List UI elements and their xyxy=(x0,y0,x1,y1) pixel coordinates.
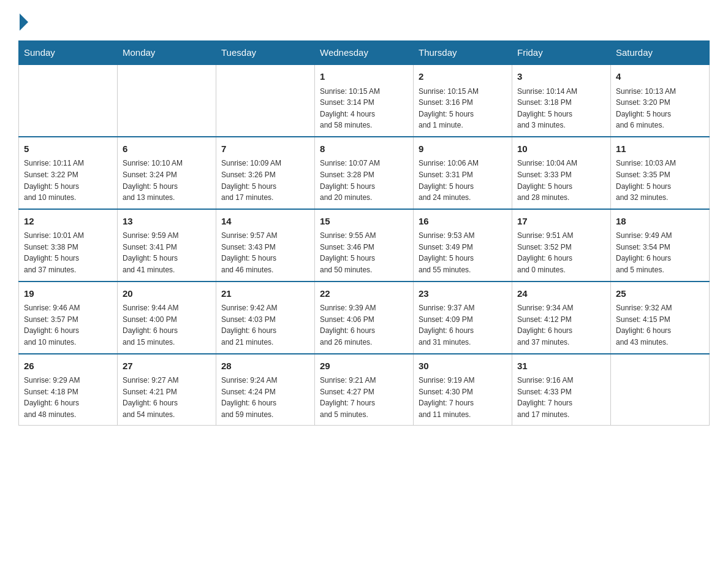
calendar-cell: 4Sunrise: 10:13 AM Sunset: 3:20 PM Dayli… xyxy=(611,64,710,137)
day-info: Sunrise: 10:15 AM Sunset: 3:16 PM Daylig… xyxy=(419,86,507,131)
logo xyxy=(18,12,28,28)
day-info: Sunrise: 10:14 AM Sunset: 3:18 PM Daylig… xyxy=(517,86,605,131)
calendar-cell: 2Sunrise: 10:15 AM Sunset: 3:16 PM Dayli… xyxy=(414,64,512,137)
day-info: Sunrise: 10:13 AM Sunset: 3:20 PM Daylig… xyxy=(616,86,704,131)
calendar-cell: 14Sunrise: 9:57 AM Sunset: 3:43 PM Dayli… xyxy=(216,209,315,282)
day-number: 8 xyxy=(320,142,408,156)
calendar-cell: 25Sunrise: 9:32 AM Sunset: 4:15 PM Dayli… xyxy=(611,282,710,354)
day-number: 22 xyxy=(320,287,408,301)
day-info: Sunrise: 10:06 AM Sunset: 3:31 PM Daylig… xyxy=(419,158,507,203)
day-number: 2 xyxy=(419,70,507,84)
day-number: 12 xyxy=(24,215,112,229)
day-number: 29 xyxy=(320,359,408,373)
day-info: Sunrise: 9:49 AM Sunset: 3:54 PM Dayligh… xyxy=(616,230,704,275)
day-number: 30 xyxy=(419,359,507,373)
day-info: Sunrise: 9:59 AM Sunset: 3:41 PM Dayligh… xyxy=(123,230,211,275)
day-number: 10 xyxy=(517,142,605,156)
calendar-cell: 28Sunrise: 9:24 AM Sunset: 4:24 PM Dayli… xyxy=(216,354,315,426)
day-number: 23 xyxy=(419,287,507,301)
calendar-header-row: SundayMondayTuesdayWednesdayThursdayFrid… xyxy=(19,41,710,65)
calendar-cell: 18Sunrise: 9:49 AM Sunset: 3:54 PM Dayli… xyxy=(611,209,710,282)
day-info: Sunrise: 9:19 AM Sunset: 4:30 PM Dayligh… xyxy=(419,375,507,420)
calendar-week-row: 12Sunrise: 10:01 AM Sunset: 3:38 PM Dayl… xyxy=(19,209,710,282)
calendar-cell: 13Sunrise: 9:59 AM Sunset: 3:41 PM Dayli… xyxy=(118,209,216,282)
calendar-cell xyxy=(611,354,710,426)
day-info: Sunrise: 9:27 AM Sunset: 4:21 PM Dayligh… xyxy=(123,375,211,420)
calendar-cell: 17Sunrise: 9:51 AM Sunset: 3:52 PM Dayli… xyxy=(512,209,611,282)
day-info: Sunrise: 9:42 AM Sunset: 4:03 PM Dayligh… xyxy=(221,302,309,348)
day-number: 26 xyxy=(24,359,112,373)
day-number: 5 xyxy=(24,142,112,156)
day-number: 1 xyxy=(320,70,408,84)
calendar-cell: 1Sunrise: 10:15 AM Sunset: 3:14 PM Dayli… xyxy=(315,64,414,137)
day-info: Sunrise: 9:46 AM Sunset: 3:57 PM Dayligh… xyxy=(24,302,112,348)
day-number: 13 xyxy=(123,215,211,229)
calendar-cell xyxy=(118,64,216,137)
calendar-week-row: 19Sunrise: 9:46 AM Sunset: 3:57 PM Dayli… xyxy=(19,282,710,354)
calendar-cell: 26Sunrise: 9:29 AM Sunset: 4:18 PM Dayli… xyxy=(19,354,118,426)
day-of-week-header: Thursday xyxy=(414,41,512,65)
calendar-cell: 31Sunrise: 9:16 AM Sunset: 4:33 PM Dayli… xyxy=(512,354,611,426)
calendar-cell xyxy=(216,64,315,137)
day-number: 18 xyxy=(616,215,704,229)
day-number: 11 xyxy=(616,142,704,156)
day-info: Sunrise: 9:16 AM Sunset: 4:33 PM Dayligh… xyxy=(517,375,605,420)
day-info: Sunrise: 10:09 AM Sunset: 3:26 PM Daylig… xyxy=(221,158,309,203)
calendar-cell: 29Sunrise: 9:21 AM Sunset: 4:27 PM Dayli… xyxy=(315,354,414,426)
day-number: 21 xyxy=(221,287,309,301)
day-info: Sunrise: 9:44 AM Sunset: 4:00 PM Dayligh… xyxy=(123,302,211,348)
day-info: Sunrise: 10:10 AM Sunset: 3:24 PM Daylig… xyxy=(123,158,211,203)
day-info: Sunrise: 9:21 AM Sunset: 4:27 PM Dayligh… xyxy=(320,375,408,420)
day-info: Sunrise: 10:07 AM Sunset: 3:28 PM Daylig… xyxy=(320,158,408,203)
day-number: 4 xyxy=(616,70,704,84)
calendar-cell: 8Sunrise: 10:07 AM Sunset: 3:28 PM Dayli… xyxy=(315,137,414,209)
calendar-cell: 3Sunrise: 10:14 AM Sunset: 3:18 PM Dayli… xyxy=(512,64,611,137)
calendar-cell: 16Sunrise: 9:53 AM Sunset: 3:49 PM Dayli… xyxy=(414,209,512,282)
day-number: 7 xyxy=(221,142,309,156)
calendar-cell: 20Sunrise: 9:44 AM Sunset: 4:00 PM Dayli… xyxy=(118,282,216,354)
calendar-week-row: 1Sunrise: 10:15 AM Sunset: 3:14 PM Dayli… xyxy=(19,64,710,137)
day-number: 15 xyxy=(320,215,408,229)
day-of-week-header: Monday xyxy=(118,41,216,65)
day-number: 17 xyxy=(517,215,605,229)
day-number: 14 xyxy=(221,215,309,229)
day-of-week-header: Tuesday xyxy=(216,41,315,65)
day-number: 25 xyxy=(616,287,704,301)
day-number: 20 xyxy=(123,287,211,301)
calendar-table: SundayMondayTuesdayWednesdayThursdayFrid… xyxy=(18,40,710,426)
day-info: Sunrise: 9:51 AM Sunset: 3:52 PM Dayligh… xyxy=(517,230,605,275)
day-info: Sunrise: 10:03 AM Sunset: 3:35 PM Daylig… xyxy=(616,158,704,203)
day-number: 31 xyxy=(517,359,605,373)
day-info: Sunrise: 9:29 AM Sunset: 4:18 PM Dayligh… xyxy=(24,375,112,420)
day-info: Sunrise: 9:34 AM Sunset: 4:12 PM Dayligh… xyxy=(517,302,605,348)
day-info: Sunrise: 10:15 AM Sunset: 3:14 PM Daylig… xyxy=(320,86,408,131)
calendar-cell: 12Sunrise: 10:01 AM Sunset: 3:38 PM Dayl… xyxy=(19,209,118,282)
day-info: Sunrise: 9:53 AM Sunset: 3:49 PM Dayligh… xyxy=(419,230,507,275)
day-of-week-header: Wednesday xyxy=(315,41,414,65)
day-of-week-header: Saturday xyxy=(611,41,710,65)
calendar-cell: 21Sunrise: 9:42 AM Sunset: 4:03 PM Dayli… xyxy=(216,282,315,354)
day-number: 16 xyxy=(419,215,507,229)
calendar-cell: 23Sunrise: 9:37 AM Sunset: 4:09 PM Dayli… xyxy=(414,282,512,354)
day-info: Sunrise: 10:04 AM Sunset: 3:33 PM Daylig… xyxy=(517,158,605,203)
day-of-week-header: Friday xyxy=(512,41,611,65)
calendar-cell: 5Sunrise: 10:11 AM Sunset: 3:22 PM Dayli… xyxy=(19,137,118,209)
calendar-cell: 22Sunrise: 9:39 AM Sunset: 4:06 PM Dayli… xyxy=(315,282,414,354)
calendar-week-row: 26Sunrise: 9:29 AM Sunset: 4:18 PM Dayli… xyxy=(19,354,710,426)
day-info: Sunrise: 10:11 AM Sunset: 3:22 PM Daylig… xyxy=(24,158,112,203)
day-info: Sunrise: 10:01 AM Sunset: 3:38 PM Daylig… xyxy=(24,230,112,275)
calendar-cell: 30Sunrise: 9:19 AM Sunset: 4:30 PM Dayli… xyxy=(414,354,512,426)
day-info: Sunrise: 9:57 AM Sunset: 3:43 PM Dayligh… xyxy=(221,230,309,275)
logo-arrow-icon xyxy=(20,13,28,31)
calendar-cell: 24Sunrise: 9:34 AM Sunset: 4:12 PM Dayli… xyxy=(512,282,611,354)
day-number: 28 xyxy=(221,359,309,373)
calendar-cell: 11Sunrise: 10:03 AM Sunset: 3:35 PM Dayl… xyxy=(611,137,710,209)
day-number: 27 xyxy=(123,359,211,373)
day-info: Sunrise: 9:55 AM Sunset: 3:46 PM Dayligh… xyxy=(320,230,408,275)
day-number: 19 xyxy=(24,287,112,301)
calendar-cell: 15Sunrise: 9:55 AM Sunset: 3:46 PM Dayli… xyxy=(315,209,414,282)
page-header xyxy=(18,12,710,28)
calendar-cell: 6Sunrise: 10:10 AM Sunset: 3:24 PM Dayli… xyxy=(118,137,216,209)
day-info: Sunrise: 9:24 AM Sunset: 4:24 PM Dayligh… xyxy=(221,375,309,420)
calendar-cell: 9Sunrise: 10:06 AM Sunset: 3:31 PM Dayli… xyxy=(414,137,512,209)
